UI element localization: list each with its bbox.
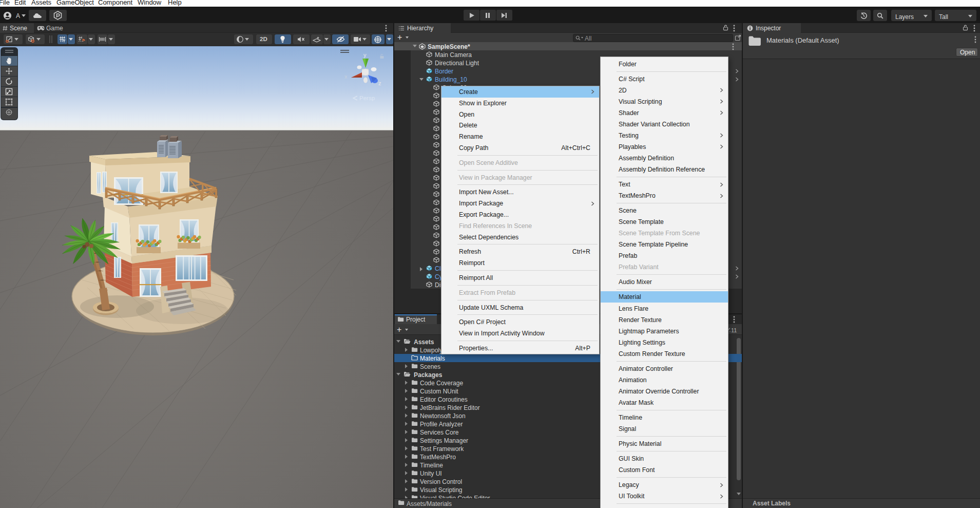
svg-text:z: z	[378, 80, 381, 86]
svg-text:y: y	[363, 52, 367, 58]
svg-text:Persp: Persp	[359, 95, 375, 101]
svg-text:x: x	[344, 73, 348, 80]
